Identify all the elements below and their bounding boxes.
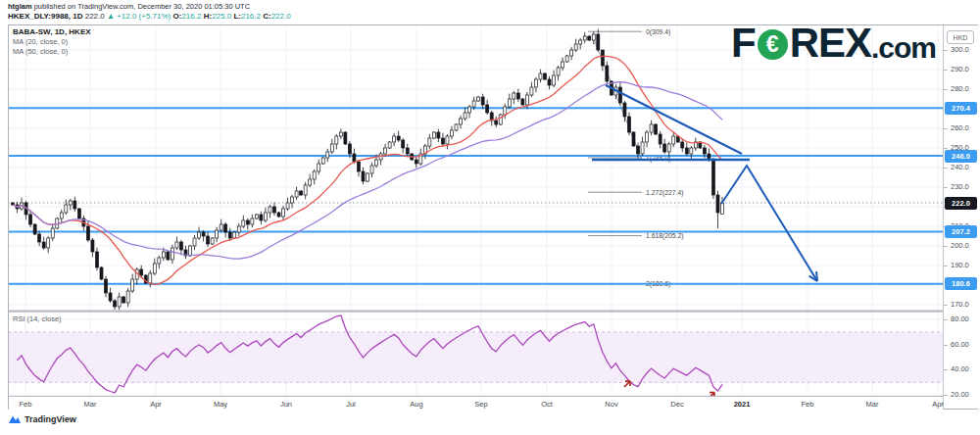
last-price: 222.0	[85, 12, 105, 21]
tradingview-logo-text: TradingView	[24, 414, 76, 424]
legend-ma50: MA (50, close, 0)	[13, 47, 91, 57]
publish-info: htglam published on TradingView.com, Dec…	[8, 2, 250, 11]
chart-legend[interactable]: BABA-SW, 1D, HKEX MA (20, close, 0) MA (…	[13, 27, 91, 57]
forex-watermark: F € REX .com	[731, 25, 936, 61]
high-label: H:	[204, 12, 212, 21]
forex-letter-f: F	[731, 25, 756, 61]
axis-tick	[944, 89, 948, 90]
level-price-badge[interactable]: 207.2	[945, 225, 977, 238]
currency-label: HKD	[947, 30, 974, 44]
price-chart-canvas[interactable]: 0(309.4)1(245.0)1.272(227.4)1.618(205.2)…	[8, 24, 943, 396]
high-value: 225.0	[212, 12, 231, 21]
axis-tick	[944, 266, 948, 266]
price-axis[interactable]: HKD300.0290.0280.0260.0250.0240.0230.022…	[943, 25, 979, 409]
time-axis-label[interactable]: Nov	[605, 400, 617, 409]
price-axis-label[interactable]: 240.0	[951, 163, 969, 172]
time-axis-label[interactable]: Mar	[866, 400, 879, 409]
fib-level-label: 1.618(205.2)	[646, 232, 684, 240]
projection-arrowhead	[816, 271, 817, 281]
candlesticks	[12, 29, 724, 311]
price-axis-label[interactable]: 300.0	[951, 45, 969, 55]
time-axis-label[interactable]: May	[214, 400, 227, 409]
time-axis-label[interactable]: Mar	[84, 400, 97, 409]
price-axis-label[interactable]: 200.0	[951, 241, 969, 251]
time-axis-label[interactable]: Jul	[346, 400, 356, 409]
forex-letters-rex: REX	[790, 25, 871, 61]
rsi-axis-label[interactable]: 40.00	[951, 364, 969, 374]
level-price-badge[interactable]: 270.4	[945, 102, 977, 115]
publish-text: published on TradingView.com, December 3…	[32, 2, 251, 11]
time-axis-label[interactable]: 2021	[734, 400, 751, 409]
price-axis-label[interactable]: 190.0	[951, 261, 969, 270]
low-label: L:	[233, 12, 241, 21]
axis-tick	[944, 70, 948, 71]
time-axis[interactable]: FebMarAprMayJunJulAugSepOctNovDec2021Feb…	[9, 396, 943, 410]
axis-tick	[944, 148, 948, 149]
time-axis-label[interactable]: Feb	[802, 400, 814, 409]
legend-symbol: BABA-SW, 1D, HKEX	[13, 27, 91, 37]
fib-level-label: 1.272(227.4)	[646, 189, 684, 197]
axis-tick	[944, 246, 948, 247]
rsi-legend: RSI (14, close)	[13, 314, 62, 323]
price-axis-label[interactable]: 290.0	[951, 65, 969, 74]
symbol-ohlc-bar: HKEX_DLY:9988, 1D 222.0 ▲ +12.0 (+5.71%)…	[8, 12, 291, 21]
axis-tick	[944, 395, 948, 396]
axis-tick	[944, 345, 948, 346]
tradingview-logo-icon	[8, 414, 22, 424]
last-price-badge[interactable]: 222.0	[945, 197, 977, 210]
time-axis-label[interactable]: Dec	[670, 400, 683, 409]
low-value: 216.2	[241, 12, 261, 21]
symbol-name: HKEX_DLY:9988, 1D	[8, 12, 82, 21]
level-price-badge[interactable]: 246.0	[945, 150, 977, 163]
open-value: 216.2	[181, 12, 201, 21]
level-price-badge[interactable]: 180.6	[945, 277, 977, 290]
axis-tick	[944, 128, 948, 129]
price-axis-label[interactable]: 170.0	[951, 300, 969, 310]
time-axis-label[interactable]: Aug	[410, 400, 422, 409]
axis-tick	[944, 50, 948, 51]
tradingview-logo[interactable]: TradingView	[8, 414, 76, 424]
fib-level-label: 0(309.4)	[646, 28, 670, 36]
time-axis-label[interactable]: Apr	[932, 400, 944, 409]
rsi-axis-label[interactable]: 20.00	[951, 390, 969, 400]
price-axis-label[interactable]: 260.0	[951, 123, 969, 133]
projection-zigzag	[721, 166, 817, 281]
pane-separator	[8, 311, 943, 313]
axis-tick	[944, 305, 948, 306]
legend-ma20: MA (20, close, 0)	[13, 37, 91, 47]
axis-tick	[944, 187, 948, 188]
rsi-axis-label[interactable]: 80.00	[951, 314, 969, 324]
rsi-band	[8, 332, 943, 382]
price-axis-label[interactable]: 280.0	[951, 84, 969, 94]
time-axis-label[interactable]: Oct	[541, 400, 553, 409]
forex-dotcom: .com	[871, 34, 936, 61]
close-label: C:	[263, 12, 270, 21]
publisher-username: htglam	[8, 2, 32, 11]
time-axis-label[interactable]: Apr	[150, 400, 162, 409]
close-value: 222.0	[271, 12, 291, 21]
price-change: ▲ +12.0 (+5.71%)	[107, 12, 171, 21]
time-axis-label[interactable]: Jun	[280, 400, 292, 409]
axis-tick	[944, 369, 948, 370]
axis-tick	[944, 168, 948, 169]
price-axis-label[interactable]: 230.0	[951, 182, 969, 192]
rsi-axis-label[interactable]: 60.00	[951, 340, 969, 350]
time-axis-label[interactable]: Feb	[20, 400, 32, 409]
time-axis-label[interactable]: Sep	[474, 400, 487, 409]
forex-coin-icon: €	[758, 29, 788, 60]
axis-tick	[944, 319, 948, 320]
